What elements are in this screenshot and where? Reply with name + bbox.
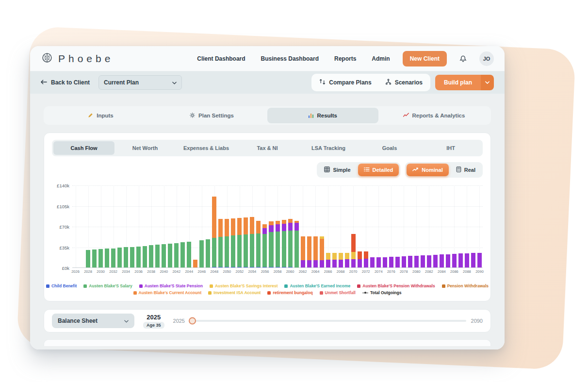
bar-2057[interactable] xyxy=(268,185,274,267)
bar-2044[interactable] xyxy=(186,185,192,267)
bar-2062[interactable] xyxy=(300,185,306,267)
legend-item-austen-blake-s-salary[interactable]: Austen Blake'S Salary xyxy=(83,283,132,288)
bar-2084[interactable] xyxy=(439,185,445,267)
bar-2085[interactable] xyxy=(445,185,451,267)
legend-item-retirement-bungaloq[interactable]: retirement bungaloq xyxy=(267,290,312,295)
bar-2072[interactable] xyxy=(363,185,369,267)
subtab-tax-ni[interactable]: Tax & NI xyxy=(237,141,298,155)
bar-2079[interactable] xyxy=(407,185,413,267)
bar-2046[interactable] xyxy=(198,185,205,267)
year-slider-handle[interactable] xyxy=(189,317,196,325)
bar-2045[interactable] xyxy=(192,185,198,267)
bar-2090[interactable] xyxy=(476,185,483,267)
back-to-client-button[interactable]: Back to Client xyxy=(41,79,90,86)
bar-2061[interactable] xyxy=(294,185,300,267)
bar-2036[interactable] xyxy=(135,185,142,267)
legend-item-austen-blake-s-earned-income[interactable]: Austen Blake'S Earned Income xyxy=(284,283,350,288)
new-client-button[interactable]: New Client xyxy=(403,51,447,66)
bar-2078[interactable] xyxy=(401,185,407,267)
subtab-net-worth[interactable]: Net Worth xyxy=(114,141,176,155)
bar-2077[interactable] xyxy=(394,185,401,267)
legend-item-unmet-shortfall[interactable]: Unmet Shortfall xyxy=(320,290,356,295)
nav-item-admin[interactable]: Admin xyxy=(372,55,390,62)
legend-item-pension-withdrawals[interactable]: Pension Withdrawals xyxy=(442,283,489,288)
real-toggle[interactable]: Real xyxy=(450,164,481,176)
nav-item-business-dashboard[interactable]: Business Dashboard xyxy=(261,55,319,62)
legend-item-child-benefit[interactable]: Child Benefit xyxy=(46,283,77,288)
tab-reports-analytics[interactable]: Reports & Analytics xyxy=(378,108,490,123)
bar-2082[interactable] xyxy=(426,185,432,267)
bar-2048[interactable] xyxy=(211,185,217,267)
legend-item-austen-blake-s-pension-withdrawals[interactable]: Austen Blake'S Pension Withdrawals xyxy=(357,283,435,288)
subtab-cash-flow[interactable]: Cash Flow xyxy=(53,141,114,155)
bar-2058[interactable] xyxy=(275,185,281,267)
bar-2073[interactable] xyxy=(369,185,376,267)
bar-2086[interactable] xyxy=(451,185,457,267)
bar-2080[interactable] xyxy=(413,185,420,267)
bar-2063[interactable] xyxy=(306,185,312,267)
bar-2087[interactable] xyxy=(457,185,464,267)
tab-inputs[interactable]: Inputs xyxy=(45,108,156,123)
bar-2066[interactable] xyxy=(325,185,331,267)
bar-2071[interactable] xyxy=(357,185,363,267)
user-avatar[interactable]: JO xyxy=(479,51,494,66)
bar-2056[interactable] xyxy=(261,185,268,267)
bar-2070[interactable] xyxy=(350,185,357,267)
bar-2065[interactable] xyxy=(319,185,325,267)
subtab-expenses-liabs[interactable]: Expenses & Liabs xyxy=(176,141,237,155)
nav-item-reports[interactable]: Reports xyxy=(334,55,356,62)
bar-2043[interactable] xyxy=(180,185,186,267)
tab-results[interactable]: Results xyxy=(267,108,378,123)
view-select[interactable]: Balance Sheet xyxy=(52,314,134,328)
tab-plan-settings[interactable]: Plan Settings xyxy=(156,108,267,123)
bar-2064[interactable] xyxy=(312,185,319,267)
year-slider[interactable] xyxy=(190,320,466,322)
bar-2050[interactable] xyxy=(224,185,230,267)
bar-2027[interactable] xyxy=(79,185,85,267)
legend-item-austen-blake-s-state-pension[interactable]: Austen Blake'S State Pension xyxy=(139,283,203,288)
subtab-goals[interactable]: Goals xyxy=(359,141,420,155)
compare-plans-button[interactable]: Compare Plans xyxy=(313,76,377,89)
bar-2081[interactable] xyxy=(420,185,426,267)
nominal-toggle[interactable]: Nominal xyxy=(407,164,448,176)
bar-2037[interactable] xyxy=(142,185,148,267)
subtab-iht[interactable]: IHT xyxy=(420,141,481,155)
legend-item-austen-blake-s-current-account[interactable]: Austen Blake's Current Account xyxy=(133,290,202,295)
bar-2035[interactable] xyxy=(129,185,135,267)
bar-2088[interactable] xyxy=(464,185,470,267)
bar-2029[interactable] xyxy=(91,185,98,267)
bar-2031[interactable] xyxy=(104,185,110,267)
bar-2026[interactable] xyxy=(72,185,79,267)
notifications-bell-icon[interactable] xyxy=(459,55,467,63)
bar-2074[interactable] xyxy=(376,185,382,267)
bar-2028[interactable] xyxy=(85,185,91,267)
bar-2051[interactable] xyxy=(230,185,236,267)
legend-item-austen-blake-s-savings-interest[interactable]: Austen Blake'S Savings Interest xyxy=(210,283,278,288)
bar-2083[interactable] xyxy=(432,185,439,267)
bar-2047[interactable] xyxy=(205,185,211,267)
bar-2068[interactable] xyxy=(338,185,344,267)
bar-2067[interactable] xyxy=(331,185,338,267)
bar-2042[interactable] xyxy=(173,185,180,267)
bar-2059[interactable] xyxy=(281,185,287,267)
bar-2038[interactable] xyxy=(148,185,154,267)
bar-2055[interactable] xyxy=(255,185,261,267)
bar-2040[interactable] xyxy=(161,185,167,267)
build-plan-button[interactable]: Build plan xyxy=(435,75,494,90)
bar-2076[interactable] xyxy=(388,185,394,267)
bar-2030[interactable] xyxy=(98,185,104,267)
bar-2041[interactable] xyxy=(167,185,173,267)
bar-2069[interactable] xyxy=(344,185,350,267)
bar-2039[interactable] xyxy=(154,185,161,267)
plan-select[interactable]: Current Plan xyxy=(98,75,182,90)
bar-2052[interactable] xyxy=(236,185,243,267)
subtab-lsa-tracking[interactable]: LSA Tracking xyxy=(298,141,359,155)
bar-2054[interactable] xyxy=(249,185,255,267)
bar-2049[interactable] xyxy=(217,185,224,267)
bar-2060[interactable] xyxy=(287,185,294,267)
build-plan-caret[interactable] xyxy=(481,75,494,90)
bar-2053[interactable] xyxy=(243,185,249,267)
nav-item-client-dashboard[interactable]: Client Dashboard xyxy=(197,55,245,62)
bar-2032[interactable] xyxy=(110,185,116,267)
legend-item-total-outgoings[interactable]: Total Outgoings xyxy=(362,290,402,295)
